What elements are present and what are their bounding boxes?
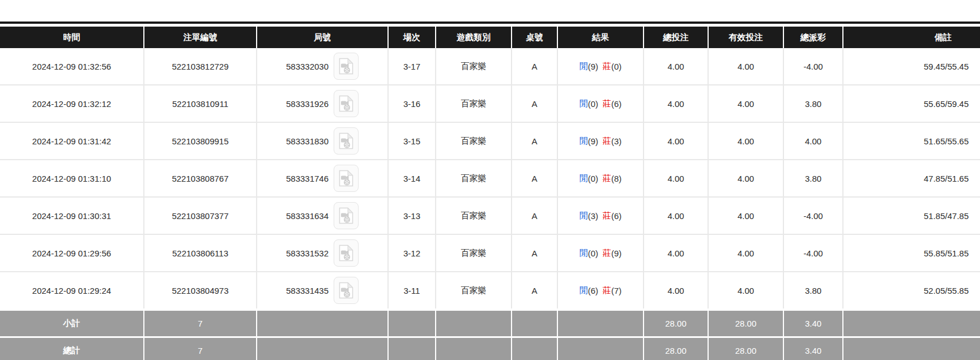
table-body: 2024-12-09 01:32:56 522103812729 5833320… bbox=[0, 48, 980, 308]
banker-result-value: (3) bbox=[611, 136, 621, 146]
col-header-remark: 備註 bbox=[843, 27, 980, 48]
col-header-valid-bet: 有效投注 bbox=[709, 27, 783, 48]
total-empty-remark bbox=[843, 338, 980, 360]
video-file-icon bbox=[339, 282, 353, 299]
valid-bet-cell: 4.00 bbox=[709, 198, 783, 234]
banker-result-label: 莊 bbox=[603, 248, 611, 259]
round-number: 583331830 bbox=[286, 136, 329, 146]
total-bet-cell: 4.00 bbox=[644, 272, 708, 308]
banker-result-value: (9) bbox=[611, 248, 621, 258]
round-number: 583331926 bbox=[286, 99, 329, 109]
bet-records-page: 時間 注單編號 局號 場次 遊戲類別 桌號 結果 總投注 有效投注 總派彩 備註… bbox=[0, 22, 980, 360]
player-result-label: 閒 bbox=[580, 61, 588, 72]
table-row: 2024-12-09 01:30:31 522103807377 5833316… bbox=[0, 198, 980, 235]
banker-result-label: 莊 bbox=[603, 136, 611, 147]
table-no-cell: A bbox=[512, 48, 557, 84]
col-header-total-bet: 總投注 bbox=[644, 27, 708, 48]
total-payout-cell: -4.00 bbox=[784, 198, 842, 234]
time-cell: 2024-12-09 01:32:56 bbox=[0, 48, 143, 84]
time-cell: 2024-12-09 01:32:12 bbox=[0, 85, 143, 122]
table-no-cell: A bbox=[512, 235, 557, 271]
banker-result-value: (8) bbox=[611, 174, 621, 183]
remark-cell: 59.45/55.45 bbox=[843, 48, 980, 84]
video-replay-button[interactable] bbox=[334, 127, 359, 155]
round-cell: 583331926 bbox=[257, 85, 387, 122]
total-label: 總計 bbox=[0, 338, 143, 360]
game-type-cell: 百家樂 bbox=[436, 198, 511, 234]
game-type-cell: 百家樂 bbox=[436, 123, 511, 159]
result-cell: 閒 (0) 莊 (6) bbox=[558, 85, 643, 122]
time-cell: 2024-12-09 01:31:42 bbox=[0, 123, 143, 159]
video-file-icon bbox=[339, 170, 353, 187]
banker-result-label: 莊 bbox=[603, 98, 611, 109]
remark-cell: 51.85/47.85 bbox=[843, 198, 980, 234]
player-result-label: 閒 bbox=[580, 98, 588, 109]
bet-id-cell: 522103810911 bbox=[144, 85, 256, 122]
player-result-value: (6) bbox=[588, 286, 598, 295]
table-row: 2024-12-09 01:32:56 522103812729 5833320… bbox=[0, 48, 980, 85]
subtotal-valid-bet: 28.00 bbox=[709, 311, 783, 336]
session-cell: 3-14 bbox=[389, 160, 435, 196]
player-result-label: 閒 bbox=[580, 173, 588, 184]
video-replay-button[interactable] bbox=[334, 277, 359, 304]
video-replay-button[interactable] bbox=[334, 165, 359, 192]
player-result-value: (0) bbox=[588, 248, 598, 258]
player-result-label: 閒 bbox=[580, 211, 588, 221]
video-replay-button[interactable] bbox=[334, 202, 359, 229]
total-total-payout: 3.40 bbox=[784, 338, 842, 360]
video-replay-button[interactable] bbox=[334, 53, 359, 80]
bet-history-table: 時間 注單編號 局號 場次 遊戲類別 桌號 結果 總投注 有效投注 總派彩 備註… bbox=[0, 27, 980, 360]
col-header-time: 時間 bbox=[0, 27, 143, 48]
total-payout-cell: -4.00 bbox=[784, 48, 842, 84]
valid-bet-cell: 4.00 bbox=[709, 160, 783, 196]
video-replay-button[interactable] bbox=[334, 90, 359, 117]
banker-result-value: (6) bbox=[611, 211, 621, 221]
col-header-session: 場次 bbox=[389, 27, 435, 48]
valid-bet-cell: 4.00 bbox=[709, 272, 783, 308]
time-cell: 2024-12-09 01:29:24 bbox=[0, 272, 143, 308]
video-replay-button[interactable] bbox=[334, 239, 359, 267]
bet-id-cell: 522103804973 bbox=[144, 272, 256, 308]
player-result-label: 閒 bbox=[580, 136, 588, 147]
table-row: 2024-12-09 01:29:56 522103806113 5833315… bbox=[0, 235, 980, 272]
subtotal-total-bet: 28.00 bbox=[644, 311, 708, 336]
video-file-icon bbox=[339, 245, 353, 262]
total-bet-cell: 4.00 bbox=[644, 235, 708, 271]
col-header-result: 結果 bbox=[558, 27, 643, 48]
subtotal-empty-remark bbox=[843, 311, 980, 336]
subtotal-empty-round bbox=[257, 311, 387, 336]
video-file-icon bbox=[339, 207, 353, 224]
total-empty-table-no bbox=[512, 338, 557, 360]
banker-result-label: 莊 bbox=[603, 61, 611, 72]
valid-bet-cell: 4.00 bbox=[709, 85, 783, 122]
video-file-icon bbox=[339, 58, 353, 75]
total-payout-cell: 3.80 bbox=[784, 85, 842, 122]
total-bet-cell: 4.00 bbox=[644, 123, 708, 159]
col-header-total-payout: 總派彩 bbox=[784, 27, 842, 48]
subtotal-empty-result bbox=[558, 311, 643, 336]
total-empty-result bbox=[558, 338, 643, 360]
session-cell: 3-11 bbox=[389, 272, 435, 308]
col-header-table-no: 桌號 bbox=[512, 27, 557, 48]
result-cell: 閒 (0) 莊 (8) bbox=[558, 160, 643, 196]
remark-cell: 55.65/59.45 bbox=[843, 85, 980, 122]
subtotal-empty-table-no bbox=[512, 311, 557, 336]
total-payout-cell: 3.80 bbox=[784, 272, 842, 308]
bet-id-cell: 522103809915 bbox=[144, 123, 256, 159]
banker-result-value: (7) bbox=[611, 286, 621, 295]
top-divider-line bbox=[0, 22, 980, 24]
player-result-label: 閒 bbox=[580, 285, 588, 296]
result-cell: 閒 (6) 莊 (7) bbox=[558, 272, 643, 308]
game-type-cell: 百家樂 bbox=[436, 235, 511, 271]
table-header-row: 時間 注單編號 局號 場次 遊戲類別 桌號 結果 總投注 有效投注 總派彩 備註 bbox=[0, 27, 980, 48]
time-cell: 2024-12-09 01:29:56 bbox=[0, 235, 143, 271]
result-cell: 閒 (0) 莊 (9) bbox=[558, 235, 643, 271]
subtotal-empty-game-type bbox=[436, 311, 511, 336]
round-cell: 583331746 bbox=[257, 160, 387, 196]
banker-result-label: 莊 bbox=[603, 285, 611, 296]
total-bet-cell: 4.00 bbox=[644, 48, 708, 84]
total-empty-game-type bbox=[436, 338, 511, 360]
video-file-icon bbox=[339, 132, 353, 149]
total-payout-cell: -4.00 bbox=[784, 235, 842, 271]
player-result-value: (3) bbox=[588, 211, 598, 221]
